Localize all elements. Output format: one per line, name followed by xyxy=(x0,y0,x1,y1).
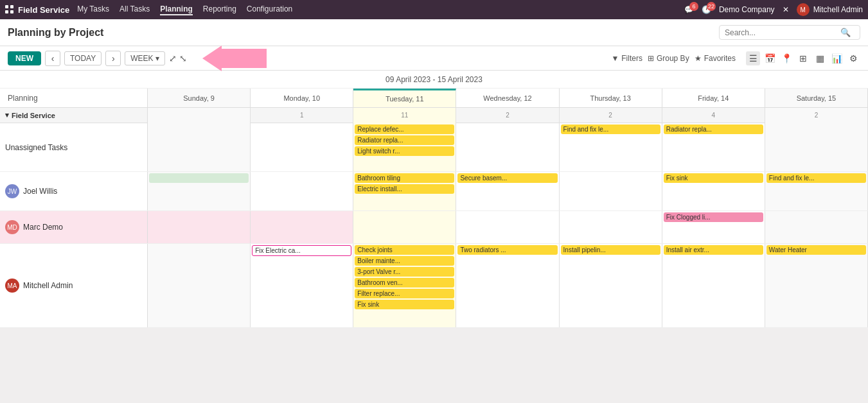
group-day-4: 2 xyxy=(560,108,662,123)
cell-unassigned-1[interactable] xyxy=(251,123,353,171)
task-chip[interactable]: Bathroom ven... xyxy=(355,278,454,287)
task-chip[interactable]: Secure basem... xyxy=(457,173,557,183)
cell-joel-0[interactable] xyxy=(148,172,251,210)
task-chip[interactable] xyxy=(149,173,249,183)
planning-grid: 09 April 2023 - 15 April 2023 Planning S… xyxy=(0,71,868,328)
task-chip[interactable]: Fix sink xyxy=(355,300,454,309)
nav-reporting[interactable]: Reporting xyxy=(203,4,236,15)
task-chip[interactable]: Radiator repla... xyxy=(664,124,763,134)
planning-header-row: Planning Sunday, 9 Monday, 10 Tuesday, 1… xyxy=(0,89,868,108)
task-chip[interactable]: Two radiators ... xyxy=(457,245,557,255)
task-chip[interactable]: 3-port Valve r... xyxy=(355,267,454,277)
group-day-0 xyxy=(148,108,251,123)
view-grid-icon[interactable]: ⊞ xyxy=(796,51,810,65)
task-chip[interactable]: Fix Clogged li... xyxy=(664,212,763,222)
row-marc: MD Marc Demo Fix Clogged li... xyxy=(0,211,868,244)
cell-mitchell-1[interactable]: Fix Electric ca... xyxy=(251,244,353,327)
toolbar-right: ▼ Filters ⊞ Group By ★ Favorites ☰ 📅 📍 ⊞… xyxy=(611,51,860,65)
view-chart-icon[interactable]: 📊 xyxy=(829,51,844,65)
search-input[interactable] xyxy=(725,28,840,37)
view-list-icon[interactable]: ☰ xyxy=(746,51,760,65)
group-header-left[interactable]: ▾ Field Service xyxy=(0,108,148,123)
filters-label: Filters xyxy=(621,54,642,63)
nav-all-tasks[interactable]: All Tasks xyxy=(120,4,150,15)
cell-marc-2[interactable] xyxy=(353,211,456,243)
collapse-icon[interactable]: ▾ xyxy=(5,111,9,119)
week-button[interactable]: WEEK ▾ xyxy=(125,51,164,65)
task-chip[interactable]: Fix sink xyxy=(664,173,763,183)
cell-joel-4[interactable] xyxy=(560,172,662,210)
close-icon[interactable]: ✕ xyxy=(783,5,789,14)
cell-joel-6[interactable]: Find and fix le... xyxy=(765,172,868,210)
day-col-2: Tuesday, 11 xyxy=(353,89,456,107)
today-button[interactable]: TODAY xyxy=(64,51,102,65)
view-table-icon[interactable]: ▦ xyxy=(813,51,827,65)
task-chip[interactable]: Replace defec... xyxy=(355,124,454,134)
cell-marc-0[interactable] xyxy=(148,211,251,243)
cell-marc-3[interactable] xyxy=(456,211,559,243)
view-map-icon[interactable]: 📍 xyxy=(779,51,793,65)
cell-mitchell-3[interactable]: Two radiators ... xyxy=(456,244,559,327)
cell-joel-3[interactable]: Secure basem... xyxy=(456,172,559,210)
cell-unassigned-2[interactable]: Replace defec... Radiator repla... Light… xyxy=(353,123,456,171)
user-avatar: M xyxy=(797,3,810,16)
task-chip[interactable]: Find and fix le... xyxy=(766,173,866,183)
cell-marc-5[interactable]: Fix Clogged li... xyxy=(662,211,765,243)
search-box[interactable]: 🔍 xyxy=(719,25,860,40)
person-cols-joel: Bathroom tiling Electric install... Secu… xyxy=(148,172,868,210)
new-button[interactable]: NEW xyxy=(8,51,41,65)
toolbar: NEW ‹ TODAY › WEEK ▾ ⤢ ⤡ ▼ Filters ⊞ Gro… xyxy=(0,46,868,71)
group-by-button[interactable]: ⊞ Group By xyxy=(648,54,689,63)
task-chip[interactable]: Filter replace... xyxy=(355,289,454,298)
expand-icon-1[interactable]: ⤢ xyxy=(169,53,177,64)
nav-planning[interactable]: Planning xyxy=(160,4,193,15)
filter-icon: ▼ xyxy=(611,54,619,63)
cell-joel-5[interactable]: Fix sink xyxy=(662,172,765,210)
cell-mitchell-5[interactable]: Install air extr... xyxy=(662,244,765,327)
cell-mitchell-4[interactable]: Install pipelin... xyxy=(560,244,662,327)
nav-my-tasks[interactable]: My Tasks xyxy=(77,4,109,15)
favorites-button[interactable]: ★ Favorites xyxy=(695,54,736,63)
cell-marc-4[interactable] xyxy=(560,211,662,243)
task-chip[interactable]: Radiator repla... xyxy=(355,135,454,145)
group-count-4: 2 xyxy=(608,112,612,119)
cell-mitchell-2[interactable]: Check joints Boiler mainte... 3-port Val… xyxy=(353,244,456,327)
date-range-text: 09 April 2023 - 15 April 2023 xyxy=(385,75,483,84)
user-menu[interactable]: M Mitchell Admin xyxy=(797,3,863,16)
group-count-6: 2 xyxy=(815,112,819,119)
planning-header-left: Planning xyxy=(0,89,148,107)
cell-unassigned-3[interactable] xyxy=(456,123,559,171)
cell-joel-2[interactable]: Bathroom tiling Electric install... xyxy=(353,172,456,210)
cell-marc-1[interactable] xyxy=(251,211,353,243)
task-chip[interactable]: Boiler mainte... xyxy=(355,256,454,266)
cell-joel-1[interactable] xyxy=(251,172,353,210)
filters-button[interactable]: ▼ Filters xyxy=(611,54,642,63)
task-chip-outlined[interactable]: Fix Electric ca... xyxy=(252,245,351,256)
cell-mitchell-0[interactable] xyxy=(148,244,251,327)
messages-icon[interactable]: 💬 6 xyxy=(684,5,694,14)
task-chip[interactable]: Electric install... xyxy=(355,184,454,194)
task-chip[interactable]: Light switch r... xyxy=(355,146,454,156)
cell-unassigned-5[interactable]: Radiator repla... xyxy=(662,123,765,171)
week-label: WEEK xyxy=(130,54,153,63)
cell-unassigned-6[interactable] xyxy=(765,123,868,171)
task-chip[interactable]: Install air extr... xyxy=(664,245,763,255)
cell-marc-6[interactable] xyxy=(765,211,868,243)
nav-configuration[interactable]: Configuration xyxy=(247,4,292,15)
next-button[interactable]: › xyxy=(105,51,121,66)
task-chip[interactable]: Check joints xyxy=(355,245,454,255)
cell-unassigned-4[interactable]: Find and fix le... xyxy=(560,123,662,171)
expand-icon-2[interactable]: ⤡ xyxy=(179,53,187,64)
person-name-unassigned: Unassigned Tasks xyxy=(5,143,67,152)
cell-unassigned-0[interactable] xyxy=(148,123,251,171)
cell-mitchell-6[interactable]: Water Heater xyxy=(765,244,868,327)
task-chip[interactable]: Find and fix le... xyxy=(561,124,660,134)
task-chip[interactable]: Water Heater xyxy=(766,245,866,255)
activities-icon[interactable]: 🕐 22 xyxy=(702,5,711,14)
task-chip[interactable]: Bathroom tiling xyxy=(355,173,454,183)
view-settings-icon[interactable]: ⚙ xyxy=(846,51,860,65)
view-calendar-icon[interactable]: 📅 xyxy=(763,51,777,65)
task-chip[interactable]: Install pipelin... xyxy=(561,245,660,255)
prev-button[interactable]: ‹ xyxy=(45,51,60,66)
app-logo[interactable]: Field Service xyxy=(5,5,69,15)
